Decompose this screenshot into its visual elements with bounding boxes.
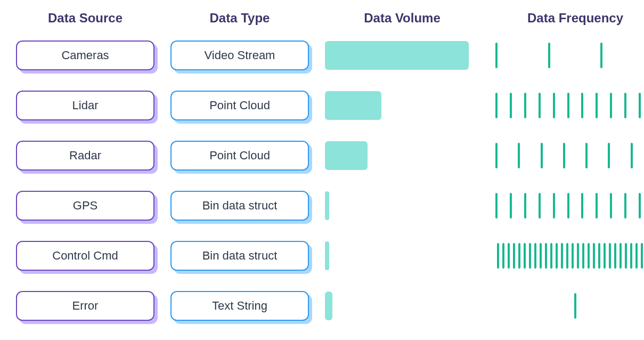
volume-bar-row bbox=[325, 241, 479, 271]
type-pill: Point Cloud bbox=[170, 141, 309, 171]
volume-bar bbox=[325, 191, 329, 220]
frequency-tick bbox=[596, 193, 598, 218]
frequency-tick bbox=[574, 293, 576, 319]
frequency-tick bbox=[524, 243, 526, 269]
source-pill: Control Cmd bbox=[16, 241, 154, 271]
type-label: Point Cloud bbox=[170, 141, 309, 171]
frequency-tick bbox=[545, 243, 547, 269]
frequency-tick bbox=[518, 143, 520, 168]
frequency-row bbox=[495, 291, 644, 321]
type-pill: Bin data struct bbox=[170, 241, 309, 271]
type-pill: Text String bbox=[170, 291, 309, 321]
frequency-row bbox=[495, 41, 644, 70]
volume-bar-row bbox=[325, 141, 479, 171]
frequency-tick bbox=[502, 243, 504, 269]
volume-bar bbox=[325, 41, 469, 70]
volume-bar-row bbox=[325, 191, 479, 221]
frequency-tick bbox=[556, 243, 558, 269]
frequency-tick bbox=[495, 143, 498, 168]
frequency-tick bbox=[495, 93, 498, 118]
source-column: Cameras Lidar Radar GPS Control Cmd Erro… bbox=[16, 41, 154, 321]
type-label: Bin data struct bbox=[170, 241, 309, 271]
source-label: Error bbox=[16, 291, 154, 321]
frequency-tick bbox=[495, 43, 498, 68]
source-pill: GPS bbox=[16, 191, 154, 221]
frequency-row bbox=[495, 191, 644, 221]
frequency-tick bbox=[609, 243, 611, 269]
frequency-tick bbox=[639, 93, 641, 118]
diagram-grid: Data Source Data Type Data Volume Data F… bbox=[16, 11, 628, 321]
frequency-tick bbox=[635, 243, 638, 269]
frequency-tick bbox=[497, 243, 499, 269]
volume-bar-row bbox=[325, 291, 479, 321]
frequency-tick bbox=[553, 93, 555, 118]
frequency-tick bbox=[513, 243, 515, 269]
frequency-row bbox=[495, 141, 644, 171]
type-label: Video Stream bbox=[170, 41, 309, 70]
frequency-tick bbox=[608, 143, 610, 168]
frequency-tick bbox=[572, 243, 574, 269]
frequency-tick bbox=[581, 193, 583, 218]
type-label: Text String bbox=[170, 291, 309, 321]
source-label: Control Cmd bbox=[16, 241, 154, 271]
frequency-tick bbox=[529, 243, 531, 269]
source-pill: Cameras bbox=[16, 41, 154, 70]
frequency-tick bbox=[534, 243, 536, 269]
frequency-tick bbox=[625, 243, 627, 269]
frequency-tick bbox=[630, 243, 632, 269]
type-pill: Point Cloud bbox=[170, 91, 309, 120]
type-label: Bin data struct bbox=[170, 191, 309, 221]
frequency-tick bbox=[614, 243, 616, 269]
frequency-tick bbox=[600, 43, 602, 68]
frequency-tick bbox=[610, 93, 612, 118]
frequency-tick bbox=[550, 243, 552, 269]
frequency-tick bbox=[539, 193, 541, 218]
frequency-tick bbox=[524, 93, 526, 118]
frequency-tick bbox=[624, 93, 626, 118]
volume-column bbox=[325, 41, 479, 321]
frequency-tick bbox=[588, 243, 590, 269]
frequency-tick bbox=[540, 243, 542, 269]
frequency-tick bbox=[596, 93, 598, 118]
frequency-column bbox=[495, 41, 644, 321]
frequency-tick bbox=[563, 143, 565, 168]
type-pill: Video Stream bbox=[170, 41, 309, 70]
volume-bar bbox=[325, 241, 329, 270]
frequency-tick bbox=[566, 243, 568, 269]
frequency-tick bbox=[567, 193, 569, 218]
frequency-tick bbox=[567, 93, 569, 118]
frequency-tick bbox=[548, 43, 550, 68]
source-pill: Lidar bbox=[16, 91, 154, 120]
volume-bar-row bbox=[325, 41, 479, 70]
frequency-tick bbox=[598, 243, 600, 269]
source-label: Cameras bbox=[16, 41, 154, 70]
frequency-tick bbox=[582, 243, 584, 269]
type-label: Point Cloud bbox=[170, 91, 309, 120]
frequency-tick bbox=[508, 243, 510, 269]
header-source: Data Source bbox=[16, 11, 154, 26]
volume-bar-row bbox=[325, 91, 479, 120]
volume-bar bbox=[325, 91, 381, 120]
frequency-row bbox=[495, 91, 644, 120]
frequency-tick bbox=[539, 93, 541, 118]
source-label: Lidar bbox=[16, 91, 154, 120]
header-frequency: Data Frequency bbox=[495, 11, 644, 26]
frequency-tick bbox=[641, 243, 643, 269]
frequency-tick bbox=[581, 93, 583, 118]
frequency-tick bbox=[524, 193, 526, 218]
frequency-tick bbox=[624, 193, 626, 218]
source-pill: Error bbox=[16, 291, 154, 321]
frequency-tick bbox=[495, 193, 498, 218]
volume-bar bbox=[325, 141, 368, 170]
frequency-tick bbox=[639, 193, 641, 218]
source-pill: Radar bbox=[16, 141, 154, 171]
frequency-tick bbox=[541, 143, 543, 168]
frequency-tick bbox=[604, 243, 606, 269]
frequency-tick bbox=[510, 93, 512, 118]
frequency-tick bbox=[553, 193, 555, 218]
frequency-tick bbox=[593, 243, 595, 269]
frequency-tick bbox=[510, 193, 512, 218]
frequency-tick bbox=[561, 243, 563, 269]
frequency-row bbox=[495, 241, 644, 271]
frequency-tick bbox=[577, 243, 579, 269]
